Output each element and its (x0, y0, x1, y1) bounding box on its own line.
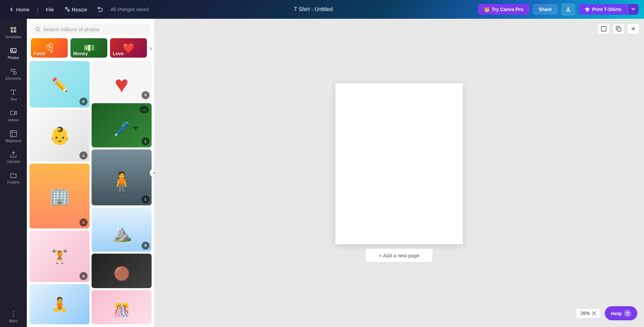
photo-person[interactable]: 🧍 £ (92, 149, 152, 205)
photo-supplies[interactable]: 🖊️ ··· £ (92, 103, 152, 147)
svg-point-14 (13, 316, 14, 317)
crown-icon: 👑 (484, 7, 490, 12)
zoom-control[interactable]: 26% (576, 308, 601, 318)
sidebar-label-photos: Photos (8, 56, 19, 60)
document-title[interactable]: T Shirt - Untitled (153, 6, 474, 12)
money-label: Money (70, 50, 91, 58)
sidebar-item-more[interactable]: More (0, 306, 27, 327)
photo-col-2: ♥ ♛ 🖊️ ··· £ 🧍 £ (92, 61, 152, 324)
svg-rect-2 (11, 27, 13, 29)
sidebar-label-text: Text (10, 97, 17, 101)
photo-heart[interactable]: ♥ ♛ (92, 61, 152, 101)
upload-icon (10, 151, 17, 158)
undo-button[interactable] (95, 3, 105, 16)
undo-icon (97, 5, 103, 12)
photo-badge-building: £ (79, 218, 88, 226)
sidebar-label-templates: Templates (5, 35, 22, 39)
print-button[interactable]: Print T-Shirts (579, 4, 628, 15)
grid-icon (10, 26, 17, 34)
sidebar-item-background[interactable]: Bkground (0, 126, 27, 147)
svg-rect-0 (65, 7, 67, 9)
home-label: Home (16, 7, 30, 12)
chevron-left-icon (9, 7, 14, 12)
chevron-down-icon (631, 7, 635, 11)
photo-fitness[interactable]: 🏋️ ♛ (30, 231, 90, 282)
resize-button[interactable]: Resize (61, 5, 91, 14)
share-button[interactable]: Share (533, 4, 558, 15)
help-label: Help (611, 311, 622, 316)
canvas-tool-add[interactable] (627, 23, 639, 34)
category-money[interactable]: 💵 Money (70, 38, 107, 58)
sidebar-item-folders[interactable]: Folders (0, 168, 27, 188)
category-love[interactable]: ❤️ Love (110, 38, 147, 58)
home-button[interactable]: Home (5, 5, 33, 14)
add-page-button[interactable]: + Add a new page (365, 248, 433, 263)
try-pro-button[interactable]: 👑 Try Canva Pro (478, 4, 529, 15)
photo-grid: ✏️ ♛ 👶 £ 🏢 £ 🏋️ ♛ (27, 61, 154, 327)
tshirt-icon (585, 7, 590, 12)
photo-badge-person: £ (142, 195, 150, 203)
photo-yoga[interactable]: 🧘 (30, 284, 90, 324)
svg-rect-11 (10, 131, 16, 137)
photo-mountain[interactable]: ⛰️ ♛ (92, 207, 152, 252)
frame-icon (601, 26, 607, 32)
help-button[interactable]: Help ? (605, 306, 637, 320)
download-icon (565, 6, 571, 12)
sidebar-item-photos[interactable]: Photos (0, 43, 27, 64)
sidebar-item-uploads[interactable]: Uploads (0, 147, 27, 168)
category-strip: 🍕 Food 💵 Money ❤️ Love › (27, 38, 154, 61)
search-section (27, 19, 154, 38)
photo-building[interactable]: 🏢 £ (30, 164, 90, 228)
canvas-page[interactable] (335, 83, 463, 244)
resize-icon (65, 7, 70, 12)
text-icon (10, 88, 17, 96)
more-icon (10, 310, 17, 318)
search-input-wrap[interactable] (31, 23, 150, 35)
svg-rect-4 (11, 30, 13, 32)
photo-badge-supplies: £ (142, 137, 150, 145)
sidebar-item-templates[interactable]: Templates (0, 22, 27, 43)
search-input[interactable] (43, 26, 146, 32)
sidebar-label-videos: Videos (8, 118, 19, 122)
canvas-wrapper: + Add a new page (335, 83, 463, 263)
canvas-area: + Add a new page 26% Help ? (154, 19, 644, 327)
photo-more-button[interactable]: ··· (140, 106, 149, 113)
download-button[interactable] (561, 3, 575, 16)
photo-confetti[interactable]: 🎊 (92, 290, 152, 325)
add-page-label: + Add a new page (379, 253, 420, 258)
sidebar-item-elements[interactable]: Elements (0, 64, 27, 84)
print-dropdown-button[interactable] (628, 4, 639, 15)
category-food[interactable]: 🍕 Food (31, 38, 68, 58)
bottom-right-controls: 26% Help ? (576, 306, 637, 320)
file-button[interactable]: File (43, 5, 57, 14)
food-label: Food (31, 50, 48, 58)
help-icon: ? (624, 310, 631, 317)
photo-badge-babies: £ (79, 151, 88, 159)
image-icon (10, 47, 17, 54)
canvas-tool-frame[interactable] (598, 23, 610, 34)
photo-badge-mountain: ♛ (142, 242, 150, 250)
category-next-button[interactable]: › (150, 44, 152, 52)
topbar-right-actions: 👑 Try Canva Pro Share Print T-Shirts (478, 3, 639, 16)
svg-rect-3 (14, 27, 16, 29)
photo-babies[interactable]: 👶 £ (30, 110, 90, 161)
sidebar-label-background: Bkground (5, 139, 21, 143)
photo-dark[interactable]: 🟤 (92, 254, 152, 288)
canvas-tool-copy[interactable] (612, 23, 625, 34)
folder-icon (10, 172, 17, 179)
sidebar-item-videos[interactable]: Videos (0, 105, 27, 126)
sidebar-label-elements: Elements (6, 76, 21, 80)
svg-rect-10 (10, 111, 15, 115)
canvas-toolbar (598, 23, 639, 34)
photo-pencils[interactable]: ✏️ ♛ (30, 61, 90, 108)
topbar: Home | File Resize All changes saved T S… (0, 0, 644, 19)
sidebar-item-text[interactable]: Text (0, 84, 27, 105)
photos-panel: 🍕 Food 💵 Money ❤️ Love › ✏️ ♛ (27, 19, 154, 327)
background-icon (10, 130, 17, 137)
svg-rect-9 (14, 72, 16, 74)
main-area: Templates Photos Elements Text (0, 19, 644, 327)
search-icon (35, 26, 41, 32)
heart-shape: ♥ (115, 71, 129, 98)
plus-icon (630, 26, 636, 32)
saved-status: All changes saved (111, 7, 149, 12)
